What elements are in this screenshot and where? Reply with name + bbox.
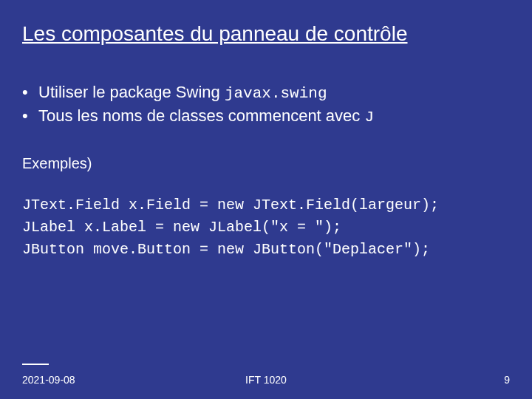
slide-content: Les composantes du panneau de contrôle U… xyxy=(0,0,532,261)
bullet-list: Utiliser le package Swing javax.swing To… xyxy=(22,83,510,126)
slide-title: Les composantes du panneau de contrôle xyxy=(22,22,510,46)
bullet-text: Utiliser le package Swing xyxy=(38,83,225,101)
footer-divider xyxy=(22,364,49,365)
footer-course: IFT 1020 xyxy=(245,374,287,386)
footer-page-number: 9 xyxy=(504,374,510,386)
bullet-item-1: Utiliser le package Swing javax.swing xyxy=(22,83,510,102)
code-block: JText.Field x.Field = new JText.Field(la… xyxy=(22,194,510,261)
bullet-code: javax.swing xyxy=(225,85,327,102)
examples-label: Exemples) xyxy=(22,155,510,172)
bullet-item-2: Tous les noms de classes commencent avec… xyxy=(22,106,510,126)
bullet-text: Tous les noms de classes commencent avec xyxy=(38,106,364,125)
bullet-code: J xyxy=(364,109,374,126)
code-line-1: JText.Field x.Field = new JText.Field(la… xyxy=(22,194,510,216)
code-line-3: JButton move.Button = new JButton("Depla… xyxy=(22,239,510,261)
code-line-2: JLabel x.Label = new JLabel("x = "); xyxy=(22,216,510,239)
slide-footer: 2021-09-08 IFT 1020 9 xyxy=(0,374,532,386)
footer-date: 2021-09-08 xyxy=(22,374,75,386)
